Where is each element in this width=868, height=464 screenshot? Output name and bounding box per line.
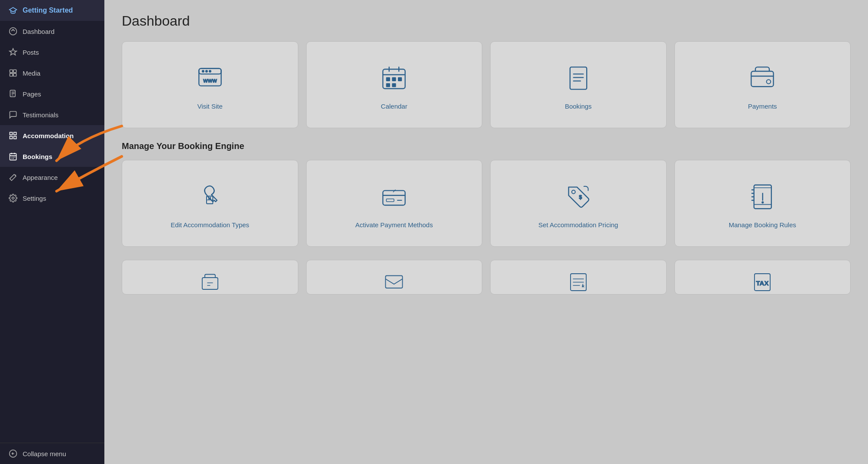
- bottom-cards-grid: TAX: [122, 260, 851, 295]
- sidebar-item-settings[interactable]: Settings: [0, 188, 104, 209]
- grid-icon: [9, 131, 17, 140]
- pin-icon: [9, 48, 17, 56]
- sidebar: Getting Started Dashboard Posts: [0, 0, 104, 464]
- card-calendar-label: Calendar: [381, 102, 407, 111]
- svg-rect-43: [386, 276, 403, 288]
- svg-text:$: $: [579, 193, 582, 200]
- sidebar-item-dashboard[interactable]: Dashboard: [0, 21, 104, 42]
- sidebar-item-posts-label: Posts: [23, 49, 39, 56]
- svg-point-16: [202, 70, 204, 72]
- sidebar-item-testimonials[interactable]: Testimonials: [0, 104, 104, 125]
- svg-point-41: [762, 201, 764, 203]
- svg-text:WWW: WWW: [203, 78, 217, 83]
- card-payments[interactable]: Payments: [674, 41, 851, 128]
- svg-rect-42: [202, 278, 218, 289]
- card-set-pricing-label: Set Accommodation Pricing: [538, 220, 618, 229]
- www-icon: WWW: [194, 63, 226, 94]
- sidebar-item-bookings-label: Bookings: [23, 153, 52, 160]
- card-manage-booking-rules[interactable]: Manage Booking Rules: [674, 160, 851, 247]
- top-cards-grid: WWW Visit Site Calendar: [122, 41, 851, 128]
- svg-point-17: [205, 70, 207, 72]
- svg-rect-5: [13, 73, 17, 76]
- svg-point-33: [572, 190, 575, 193]
- svg-point-1: [13, 30, 13, 30]
- palette-icon: [9, 27, 17, 36]
- page-title: Dashboard: [122, 13, 851, 29]
- wallet-icon: [747, 63, 778, 94]
- card-set-accommodation-pricing[interactable]: $ Set Accommodation Pricing: [490, 160, 667, 247]
- card-visit-site[interactable]: WWW Visit Site: [122, 41, 298, 128]
- svg-point-28: [767, 80, 771, 84]
- card-activate-payment-methods[interactable]: Activate Payment Methods: [306, 160, 483, 247]
- comment-icon: [9, 110, 17, 119]
- notebook-icon: [747, 181, 778, 212]
- sidebar-item-getting-started[interactable]: Getting Started: [0, 0, 104, 21]
- svg-rect-22: [392, 77, 396, 81]
- calendar-icon: [378, 63, 410, 94]
- svg-rect-3: [13, 70, 17, 73]
- sidebar-item-pages[interactable]: Pages: [0, 83, 104, 104]
- svg-text:TAX: TAX: [756, 279, 769, 287]
- collapse-menu-label: Collapse menu: [23, 450, 66, 457]
- sidebar-item-appearance[interactable]: Appearance: [0, 167, 104, 188]
- calendar-grid-icon: [9, 152, 17, 161]
- main-content: Dashboard WWW Visit Site: [104, 0, 868, 464]
- svg-rect-7: [10, 133, 13, 135]
- card-bottom-2[interactable]: [306, 260, 483, 295]
- svg-rect-27: [751, 71, 774, 86]
- sidebar-item-getting-started-label: Getting Started: [23, 7, 73, 14]
- card-calendar[interactable]: Calendar: [306, 41, 483, 128]
- card-edit-accommodation-label: Edit Accommodation Types: [170, 220, 249, 229]
- card-activate-payment-label: Activate Payment Methods: [355, 220, 433, 229]
- pages-icon: [9, 89, 17, 98]
- booking-cards-grid: H Edit Accommodation Types Activate Paym…: [122, 160, 851, 247]
- svg-rect-31: [383, 190, 405, 205]
- sidebar-item-posts[interactable]: Posts: [0, 42, 104, 63]
- sidebar-collapse-menu[interactable]: Collapse menu: [0, 443, 104, 464]
- media-icon: [9, 69, 17, 77]
- svg-rect-26: [570, 67, 587, 89]
- svg-rect-4: [10, 73, 13, 76]
- document-icon: [563, 63, 594, 94]
- sidebar-item-bookings[interactable]: Bookings: [0, 146, 104, 167]
- svg-rect-10: [14, 136, 17, 139]
- svg-point-18: [209, 70, 211, 72]
- svg-rect-24: [387, 83, 390, 87]
- svg-rect-21: [387, 77, 390, 81]
- card-bottom-4[interactable]: TAX: [674, 260, 851, 295]
- sidebar-item-dashboard-label: Dashboard: [23, 28, 54, 35]
- svg-rect-8: [14, 133, 17, 135]
- hotel-key-icon: H: [194, 181, 226, 212]
- card-edit-accommodation-types[interactable]: H Edit Accommodation Types: [122, 160, 298, 247]
- sidebar-item-accommodation-label: Accommodation: [23, 132, 74, 139]
- card-visit-site-label: Visit Site: [197, 102, 223, 111]
- card-bookings-label: Bookings: [565, 102, 592, 111]
- collapse-icon: [9, 449, 17, 458]
- svg-point-0: [10, 28, 17, 35]
- sidebar-item-media[interactable]: Media: [0, 63, 104, 83]
- sidebar-item-settings-label: Settings: [23, 195, 46, 202]
- booking-section-title: Manage Your Booking Engine: [122, 141, 851, 151]
- svg-rect-9: [10, 136, 13, 139]
- svg-rect-23: [398, 77, 402, 81]
- svg-rect-32: [387, 199, 394, 201]
- card-bottom-1[interactable]: [122, 260, 298, 295]
- sidebar-item-testimonials-label: Testimonials: [23, 111, 59, 119]
- svg-point-12: [12, 197, 14, 199]
- credit-card-icon: [378, 181, 410, 212]
- svg-text:H: H: [208, 196, 211, 200]
- card-payments-label: Payments: [748, 102, 777, 111]
- sidebar-item-accommodation[interactable]: Accommodation: [0, 125, 104, 146]
- svg-rect-25: [392, 83, 396, 87]
- wand-icon: [9, 173, 17, 182]
- card-manage-rules-label: Manage Booking Rules: [729, 220, 796, 229]
- card-bookings[interactable]: Bookings: [490, 41, 667, 128]
- sidebar-item-media-label: Media: [23, 70, 40, 77]
- svg-rect-2: [10, 70, 13, 73]
- sidebar-item-pages-label: Pages: [23, 90, 41, 98]
- settings-icon: [9, 194, 17, 202]
- card-bottom-3[interactable]: [490, 260, 667, 295]
- price-tag-icon: $: [563, 181, 594, 212]
- sidebar-item-appearance-label: Appearance: [23, 174, 58, 181]
- graduation-cap-icon: [9, 6, 17, 15]
